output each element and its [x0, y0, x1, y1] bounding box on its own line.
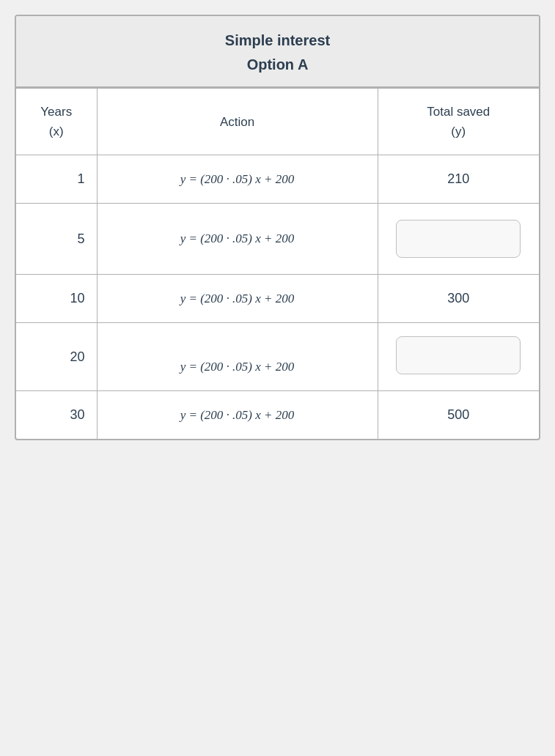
- total-cell-input[interactable]: [378, 323, 539, 391]
- years-column-header: Years (x): [16, 89, 97, 155]
- formula-text: y = (200 · .05) x + 200: [180, 231, 295, 245]
- total-cell-input[interactable]: [378, 204, 539, 275]
- formula-text: y = (200 · .05) x + 200: [180, 360, 295, 374]
- year-cell: 10: [16, 275, 97, 323]
- total-cell: 500: [378, 391, 539, 440]
- total-cell: 210: [378, 155, 539, 204]
- table-row: 5 y = (200 · .05) x + 200: [16, 204, 539, 275]
- header-title-line2: Option A: [23, 56, 532, 73]
- table-row: 30 y = (200 · .05) x + 200 500: [16, 391, 539, 440]
- year-cell: 20: [16, 323, 97, 391]
- formula-text: y = (200 · .05) x + 200: [180, 292, 295, 305]
- table-row: 20 y = (200 · .05) x + 200: [16, 323, 539, 391]
- year-cell: 1: [16, 155, 97, 204]
- total-input[interactable]: [396, 220, 521, 258]
- column-headers: Years (x) Action Total saved (y): [16, 89, 539, 155]
- action-cell: y = (200 · .05) x + 200: [97, 391, 378, 440]
- total-input[interactable]: [396, 336, 521, 374]
- main-table-container: Simple interest Option A Years (x) Actio…: [15, 15, 540, 440]
- table-header: Simple interest Option A: [16, 16, 539, 88]
- table-row: 1 y = (200 · .05) x + 200 210: [16, 155, 539, 204]
- year-cell: 5: [16, 204, 97, 275]
- action-cell: y = (200 · .05) x + 200: [97, 204, 378, 275]
- total-cell: 300: [378, 275, 539, 323]
- action-cell: y = (200 · .05) x + 200: [97, 155, 378, 204]
- table-row: 10 y = (200 · .05) x + 200 300: [16, 275, 539, 323]
- header-title-line1: Simple interest: [23, 32, 532, 49]
- formula-text: y = (200 · .05) x + 200: [180, 172, 295, 186]
- action-cell: y = (200 · .05) x + 200: [97, 275, 378, 323]
- year-cell: 30: [16, 391, 97, 440]
- formula-text: y = (200 · .05) x + 200: [180, 408, 295, 422]
- total-column-header: Total saved (y): [378, 89, 539, 155]
- action-cell: y = (200 · .05) x + 200: [97, 323, 378, 391]
- action-column-header: Action: [97, 89, 378, 155]
